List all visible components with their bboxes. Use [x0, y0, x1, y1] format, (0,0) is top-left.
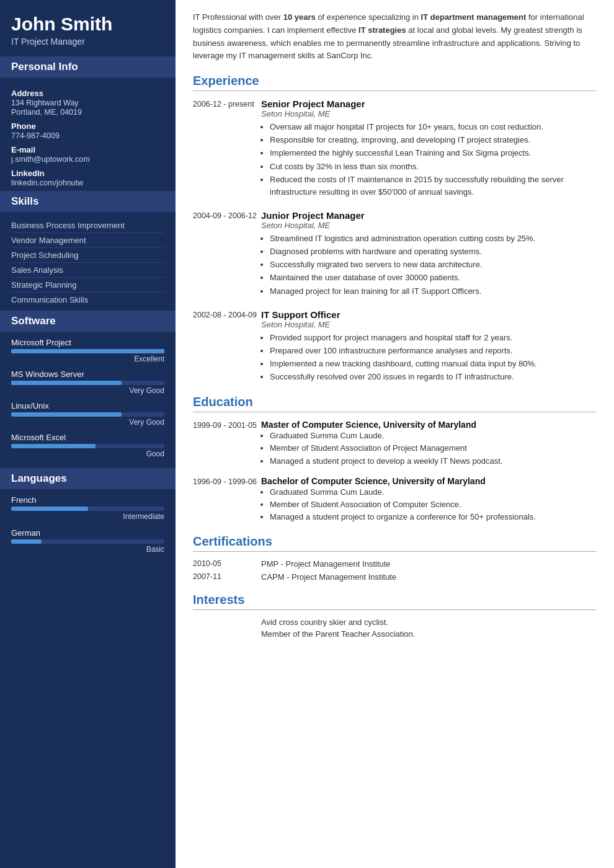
exp-company: Seton Hospital, ME	[261, 109, 597, 118]
language-bar-container	[11, 507, 164, 511]
certification-row: 2010-05 PMP - Project Management Institu…	[193, 559, 597, 569]
edu-bullet: Graduated Summa Cum Laude.	[270, 430, 597, 442]
education-list: 1999-09 - 2001-05 Master of Computer Sci…	[193, 420, 597, 523]
linkedin-value: linkedin.com/johnutw	[11, 179, 164, 187]
interests-list: Avid cross country skier and cyclist.Mem…	[193, 618, 597, 639]
skill-item: Sales Analysis	[11, 263, 164, 278]
software-item: Linux/Unix Very Good	[11, 401, 164, 427]
email-value: j.smith@uptowork.com	[11, 155, 164, 164]
email-label: E-mail	[11, 145, 164, 154]
candidate-name: John Smith	[11, 14, 164, 34]
cert-date: 2007-11	[193, 572, 261, 582]
software-level: Good	[11, 450, 164, 458]
exp-bullet: Successfully migrated two servers to new…	[270, 259, 597, 271]
experience-row: 2002-08 - 2004-09 IT Support Officer Set…	[193, 309, 597, 384]
language-name: German	[11, 528, 164, 538]
software-content: Microsoft Project Excellent MS Windows S…	[0, 332, 176, 468]
edu-date: 1999-09 - 2001-05	[193, 420, 261, 467]
language-level: Intermediate	[11, 512, 164, 521]
language-bar-container	[11, 539, 164, 544]
exp-bullet: Reduced the costs of IT maintenance in 2…	[270, 174, 597, 198]
software-name: Microsoft Project	[11, 338, 164, 347]
exp-bullets: Oversaw all major hospital IT projects f…	[261, 121, 597, 198]
software-name: MS Windows Server	[11, 370, 164, 379]
personal-info-heading: Personal Info	[0, 56, 176, 78]
edu-bullet: Member of Student Association of Compute…	[270, 498, 597, 511]
software-item: MS Windows Server Very Good	[11, 370, 164, 395]
sidebar-header: John Smith IT Project Manager	[0, 0, 176, 56]
skill-item: Communication Skills	[11, 293, 164, 307]
cert-date: 2010-05	[193, 559, 261, 569]
languages-content: French Intermediate German Basic	[0, 489, 176, 565]
software-level: Excellent	[11, 355, 164, 363]
certifications-list: 2010-05 PMP - Project Management Institu…	[193, 559, 597, 582]
education-heading: Education	[193, 395, 597, 412]
language-bar-fill	[11, 507, 88, 511]
edu-bullet: Graduated Summa Cum Laude.	[270, 486, 597, 498]
exp-company: Seton Hospital, ME	[261, 320, 597, 329]
languages-heading: Languages	[0, 468, 176, 489]
exp-content: Junior Project Manager Seton Hospital, M…	[261, 210, 597, 298]
skills-section: Skills Business Process ImprovementVendo…	[0, 191, 176, 311]
certifications-heading: Certifications	[193, 534, 597, 552]
software-level: Very Good	[11, 386, 164, 395]
exp-bullet: Cut costs by 32% in less than six months…	[270, 161, 597, 173]
language-bar-fill	[11, 539, 42, 544]
edu-bullet: Managed a student project to organize a …	[270, 511, 597, 523]
edu-bullet: Managed a student project to develop a w…	[270, 455, 597, 467]
experience-row: 2004-09 - 2006-12 Junior Project Manager…	[193, 210, 597, 298]
exp-bullets: Streamlined IT logistics and administrat…	[261, 232, 597, 298]
address-line1: 134 Rightward Way	[11, 99, 164, 107]
exp-bullet: Managed project for lean training for al…	[270, 285, 597, 298]
language-item: French Intermediate	[11, 495, 164, 521]
skills-content: Business Process ImprovementVendor Manag…	[0, 212, 176, 311]
skill-item: Business Process Improvement	[11, 218, 164, 233]
interest-item: Avid cross country skier and cyclist.	[193, 618, 597, 627]
education-row: 1996-09 - 1999-06 Bachelor of Computer S…	[193, 476, 597, 523]
certification-row: 2007-11 CAPM - Project Management Instit…	[193, 572, 597, 582]
exp-bullet: Diagnosed problems with hardware and ope…	[270, 246, 597, 258]
personal-info-section: Personal Info Address 134 Rightward Way …	[0, 56, 176, 191]
exp-date: 2002-08 - 2004-09	[193, 309, 261, 384]
experience-row: 2006-12 - present Senior Project Manager…	[193, 99, 597, 199]
experience-list: 2006-12 - present Senior Project Manager…	[193, 99, 597, 384]
experience-heading: Experience	[193, 74, 597, 91]
personal-info-content: Address 134 Rightward Way Portland, ME, …	[0, 78, 176, 191]
software-item: Microsoft Project Excellent	[11, 338, 164, 363]
edu-degree: Master of Computer Science, University o…	[261, 420, 597, 430]
exp-bullet: Oversaw all major hospital IT projects f…	[270, 121, 597, 133]
exp-date: 2004-09 - 2006-12	[193, 210, 261, 298]
exp-bullets: Provided support for project managers an…	[261, 332, 597, 384]
software-bar-fill	[11, 381, 122, 385]
exp-content: Senior Project Manager Seton Hospital, M…	[261, 99, 597, 199]
exp-bullet: Successfully resolved over 200 issues in…	[270, 371, 597, 383]
linkedin-label: LinkedIn	[11, 169, 164, 178]
edu-content: Master of Computer Science, University o…	[261, 420, 597, 467]
skill-item: Vendor Management	[11, 233, 164, 248]
exp-company: Seton Hospital, ME	[261, 221, 597, 230]
main-content: IT Professional with over 10 years of ex…	[176, 0, 614, 868]
software-bar-fill	[11, 349, 164, 353]
exp-bullet: Provided support for project managers an…	[270, 332, 597, 344]
edu-bullets: Graduated Summa Cum Laude.Member of Stud…	[261, 486, 597, 523]
exp-date: 2006-12 - present	[193, 99, 261, 199]
software-bar-container	[11, 444, 164, 448]
software-level: Very Good	[11, 418, 164, 427]
skill-item: Strategic Planning	[11, 278, 164, 293]
summary: IT Professional with over 10 years of ex…	[193, 11, 597, 63]
software-name: Microsoft Excel	[11, 433, 164, 442]
software-item: Microsoft Excel Good	[11, 433, 164, 458]
skills-heading: Skills	[0, 191, 176, 212]
software-bar-container	[11, 412, 164, 417]
cert-value: PMP - Project Management Institute	[261, 559, 391, 569]
exp-job-title: IT Support Officer	[261, 309, 597, 320]
exp-bullet: Prepared over 100 infrastructure perform…	[270, 345, 597, 357]
edu-bullet: Member of Student Association of Project…	[270, 442, 597, 454]
software-heading: Software	[0, 311, 176, 332]
sidebar: John Smith IT Project Manager Personal I…	[0, 0, 176, 868]
cert-value: CAPM - Project Management Institute	[261, 572, 396, 582]
interest-item: Member of the Parent Teacher Association…	[193, 629, 597, 639]
skill-item: Project Scheduling	[11, 248, 164, 263]
exp-bullet: Implemented the highly successful Lean T…	[270, 147, 597, 159]
software-section: Software Microsoft Project Excellent MS …	[0, 311, 176, 468]
